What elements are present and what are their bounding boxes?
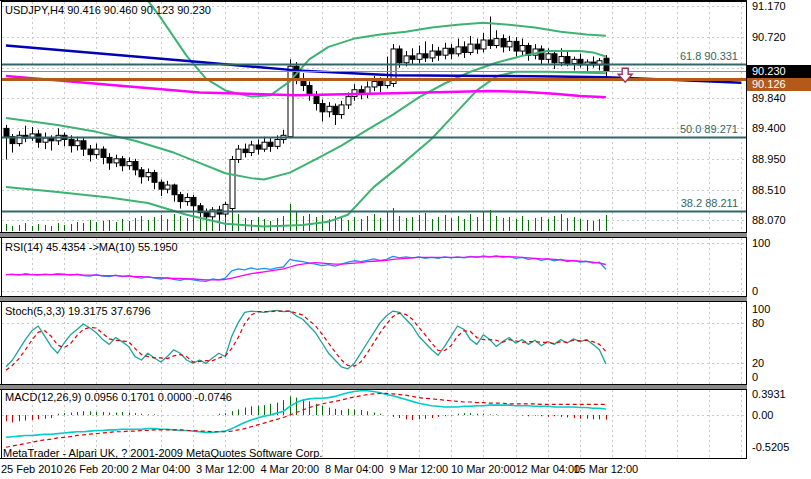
- pane-splitter[interactable]: [0, 384, 747, 390]
- axis-tick-label: 0.3931: [752, 388, 786, 400]
- axis-tick-label: 88.510: [752, 184, 786, 196]
- chart-canvas[interactable]: [0, 0, 811, 479]
- status-bar: MetaTrader - Alpari UK, ? 2001-2009 Meta…: [3, 447, 322, 459]
- axis-tick-label: 89.840: [752, 92, 786, 104]
- time-axis[interactable]: 25 Feb 201026 Feb 20:002 Mar 04:003 Mar …: [0, 459, 811, 479]
- fib-level-label: 50.0 89.271: [680, 123, 738, 135]
- axis-tick-label: 20: [752, 357, 764, 369]
- axis-tick-label: 90.720: [752, 31, 786, 43]
- macd-indicator-label: MACD(12,26,9) 0.0956 0.1701 0.0000 -0.07…: [5, 391, 232, 403]
- axis-tick-label: 88.950: [752, 153, 786, 165]
- axis-tick-label: 89.400: [752, 122, 786, 134]
- metatrader-chart-window: USDJPY,H4 90.416 90.460 90.123 90.230 RS…: [0, 0, 811, 479]
- pane-splitter[interactable]: [0, 296, 747, 302]
- axis-tick-label: 100: [752, 303, 770, 315]
- axis-tick-label: 80: [752, 317, 764, 329]
- stoch-indicator-label: Stoch(5,3,3) 19.3175 37.6796: [5, 305, 151, 317]
- fib-level-label: 38.2 88.211: [681, 197, 738, 209]
- axis-tick-label: 0: [752, 371, 758, 383]
- fib-level-label: 61.8 90.331: [680, 50, 738, 62]
- axis-tick-label: 0: [752, 285, 758, 297]
- chart-title: USDJPY,H4 90.416 90.460 90.123 90.230: [5, 4, 211, 16]
- axis-tick-label: 88.070: [752, 214, 786, 226]
- rsi-indicator-label: RSI(14) 45.4354 ->MA(10) 55.1950: [5, 241, 178, 253]
- axis-tick-label: -0.5205: [752, 441, 789, 453]
- bid-price-box: 90.230: [747, 65, 811, 78]
- axis-tick-label: 100: [752, 237, 770, 249]
- pane-splitter[interactable]: [0, 232, 747, 238]
- time-axis-label: 15 Mar 12:00: [561, 463, 651, 475]
- order-price-box: 90.126: [747, 78, 811, 91]
- axis-tick-label: 91.170: [752, 0, 786, 12]
- axis-tick-label: 0.00: [752, 409, 773, 421]
